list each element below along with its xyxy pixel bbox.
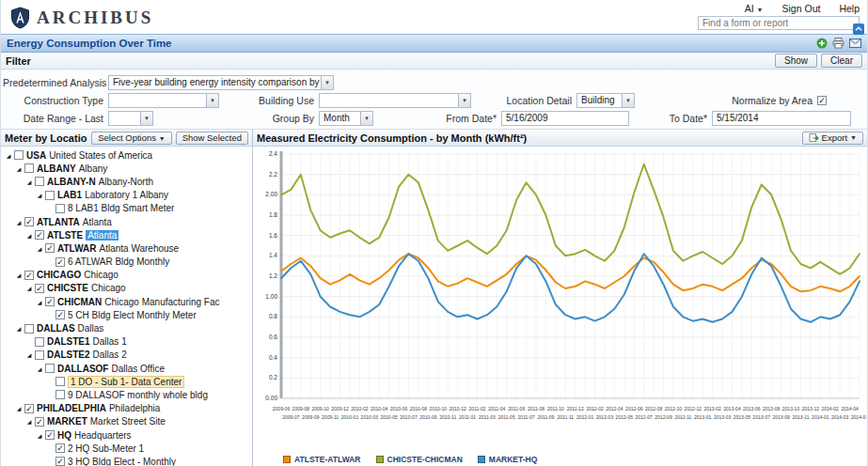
tree-checkbox[interactable] <box>24 163 34 173</box>
to-date-input[interactable] <box>712 111 851 126</box>
tree-expand-icon[interactable]: ◢ <box>24 418 34 425</box>
predetermined-analysis-select[interactable]: Five-year building energy intensity comp… <box>108 75 334 90</box>
tree-node[interactable]: 9 DALLASOF monthly whole bldg <box>1 388 252 401</box>
tree-checkbox[interactable] <box>35 350 44 360</box>
svg-text:2012-11: 2012-11 <box>674 414 691 420</box>
tree-node[interactable]: ◢✓PHILADELPHIAPhiladelphia <box>1 402 252 415</box>
user-menu[interactable]: AI ▼ <box>745 3 764 14</box>
tree-expand-icon[interactable]: ◢ <box>24 285 34 291</box>
tree-node[interactable]: ◢✓MARKETMarket Street Site <box>1 415 252 428</box>
tree-checkbox[interactable] <box>55 377 65 386</box>
building-use-select[interactable]: ▼ <box>319 93 471 108</box>
tree-expand-icon[interactable]: ◢ <box>24 179 34 185</box>
show-selected-button[interactable]: Show Selected <box>176 132 248 145</box>
tree-expand-icon[interactable]: ◢ <box>14 325 24 332</box>
tree-node[interactable]: ◢✓ATLANTAAtlanta <box>1 215 252 228</box>
meter-panel-header: Meter by Location Select Options ▼ Show … <box>1 130 252 147</box>
tree-expand-icon[interactable]: ◢ <box>24 232 34 239</box>
tree-node[interactable]: ◢✓CHICMANChicago Manufacturing Fac <box>1 295 252 308</box>
tree-checkbox[interactable]: ✓ <box>35 417 44 427</box>
tree-checkbox[interactable] <box>45 364 55 373</box>
legend-label: MARKET-HQ <box>489 455 537 464</box>
tree-checkbox[interactable] <box>35 177 44 186</box>
location-detail-select[interactable]: Building ▼ <box>576 93 635 108</box>
tree-node-code: DALLAS <box>37 323 75 334</box>
tree-node-label: 9 DALLASOF monthly whole bldg <box>68 390 208 400</box>
tree-checkbox[interactable]: ✓ <box>55 457 65 466</box>
tree-expand-icon[interactable]: ◢ <box>35 245 44 252</box>
select-options-button[interactable]: Select Options ▼ <box>91 132 171 145</box>
tree-node[interactable]: ✓5 CH Bldg Elect Monthly Meter <box>1 308 252 321</box>
tree-expand-icon[interactable]: ◢ <box>4 152 13 159</box>
tree-node[interactable]: ◢✓ATLWARAtlanta Warehouse <box>1 241 252 255</box>
tree-expand-icon[interactable]: ◢ <box>14 219 24 225</box>
tree-checkbox[interactable] <box>14 150 24 160</box>
tree-expand-icon[interactable]: ◢ <box>35 299 44 305</box>
tree-checkbox[interactable]: ✓ <box>45 243 55 253</box>
tree-checkbox[interactable] <box>24 324 34 334</box>
tree-checkbox[interactable]: ✓ <box>24 404 34 413</box>
tree-checkbox[interactable] <box>55 204 65 213</box>
clear-button[interactable]: Clear <box>821 54 862 68</box>
svg-text:2010-08: 2010-08 <box>410 406 428 412</box>
construction-type-select[interactable]: ▼ <box>108 93 219 108</box>
print-icon[interactable] <box>832 38 844 49</box>
tree-checkbox[interactable]: ✓ <box>45 297 55 306</box>
predetermined-analysis-label: Predetermined Analysis <box>3 77 108 88</box>
tree-node[interactable]: ◢DALLASOFDallas Office <box>1 362 252 375</box>
tree-node[interactable]: DALSTE1Dallas 1 <box>1 335 252 349</box>
tree-checkbox[interactable] <box>35 337 44 347</box>
tree-node[interactable]: ◢✓CHICSTEChicago <box>1 282 252 295</box>
tree-expand-icon[interactable]: ◢ <box>35 192 44 198</box>
tree-expand-icon[interactable]: ◢ <box>14 165 24 172</box>
tree-node[interactable]: 1 DO - Sub 1- Data Center <box>1 375 252 388</box>
date-range-last-select[interactable]: ▼ <box>108 111 153 126</box>
tree-checkbox[interactable]: ✓ <box>45 430 55 440</box>
tree-checkbox[interactable] <box>45 191 55 200</box>
email-icon[interactable] <box>849 39 861 48</box>
tree-node[interactable]: ✓2 HQ Sub-Meter 1 <box>1 442 252 455</box>
add-view-icon[interactable] <box>816 38 828 49</box>
tree-node[interactable]: ✓3 HQ Bldg Elect - Monthly <box>1 455 252 466</box>
tree-checkbox[interactable]: ✓ <box>55 443 65 453</box>
tree-checkbox[interactable]: ✓ <box>35 284 44 293</box>
tree-checkbox[interactable]: ✓ <box>55 257 65 267</box>
tree-checkbox[interactable]: ✓ <box>24 217 34 226</box>
from-date-input[interactable] <box>501 111 629 126</box>
tree-expand-icon[interactable]: ◢ <box>24 351 34 358</box>
tree-checkbox[interactable]: ✓ <box>24 271 34 280</box>
help-link[interactable]: Help <box>839 3 860 14</box>
show-button[interactable]: Show <box>775 54 817 68</box>
tree-checkbox[interactable]: ✓ <box>35 230 44 240</box>
group-by-select[interactable]: Month ▼ <box>319 111 373 126</box>
tree-checkbox[interactable]: ✓ <box>55 310 65 319</box>
collapse-banner-icon[interactable] <box>853 23 864 35</box>
sign-out-link[interactable]: Sign Out <box>782 3 821 14</box>
tree-node[interactable]: ◢DALSTE2Dallas 2 <box>1 349 252 362</box>
tree-checkbox[interactable] <box>55 390 65 399</box>
tree-node[interactable]: ◢USAUnited States of America <box>1 148 252 162</box>
tree-node[interactable]: ◢ALBANYAlbany <box>1 162 252 175</box>
tree-node[interactable]: ◢✓HQHeadquarters <box>1 428 252 442</box>
normalize-by-area-checkbox[interactable]: ✓ <box>817 96 827 105</box>
tree-node[interactable]: 8 LAB1 Bldg Smart Meter <box>1 202 252 215</box>
tree-node[interactable]: ◢LAB1Laboratory 1 Albany <box>1 189 252 202</box>
tree-expand-icon[interactable]: ◢ <box>14 272 24 278</box>
chevron-down-icon: ▼ <box>458 94 470 107</box>
svg-text:2014-03: 2014-03 <box>831 414 849 420</box>
tree-node[interactable]: ◢✓CHICAGOChicago <box>1 269 252 282</box>
tree-node-label: Dallas <box>78 323 104 334</box>
tree-expand-icon[interactable]: ◢ <box>35 432 44 439</box>
normalize-by-area-label: Normalize by Area <box>727 95 817 106</box>
tree-node[interactable]: ◢DALLASDallas <box>1 321 252 334</box>
search-input[interactable] <box>698 16 860 30</box>
tree-node[interactable]: ◢✓ATLSTEAtlanta <box>1 228 252 241</box>
tree-expand-icon[interactable]: ◢ <box>14 405 24 412</box>
export-button[interactable]: Export ▼ <box>802 132 863 145</box>
consumption-chart: 0.000.20.40.60.81.001.21.41.61.82.002.22… <box>253 147 866 449</box>
tree-expand-icon[interactable]: ◢ <box>35 365 44 372</box>
tree-node[interactable]: ◢ALBANY-NAlbany-North <box>1 175 252 188</box>
tree-node[interactable]: ✓6 ATLWAR Bldg Monthly <box>1 256 252 269</box>
brand-name: ARCHIBUS <box>37 8 153 28</box>
chevron-down-icon: ▼ <box>850 132 857 144</box>
